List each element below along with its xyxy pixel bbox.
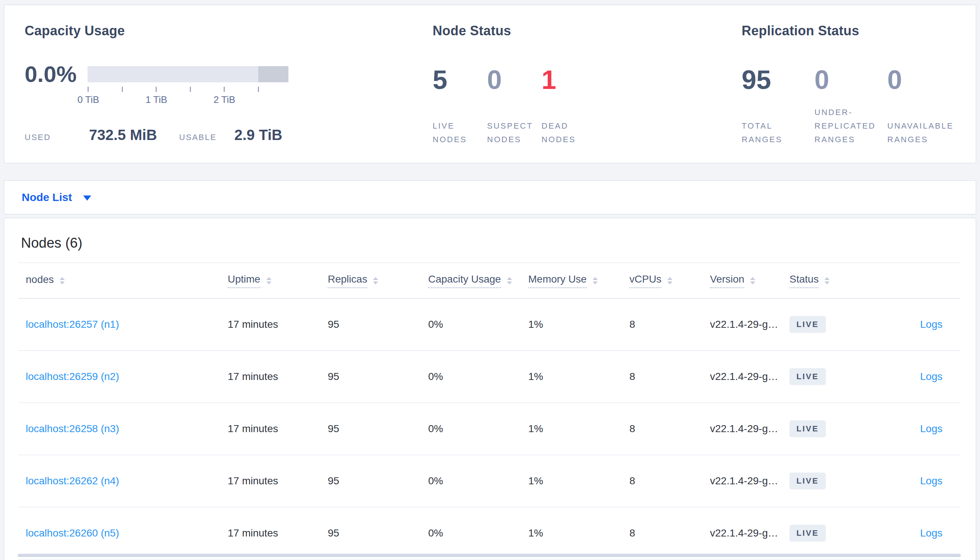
node-status-stats: 5LIVE NODES0SUSPECT NODES1DEAD NODES [433, 65, 596, 146]
node-list-label: Node List [22, 191, 72, 203]
column-header-vcpus[interactable]: vCPUs [622, 273, 702, 288]
stat-column: 0UNAVAILABLE RANGES [887, 65, 960, 146]
sort-up-icon [667, 277, 672, 280]
cell-replicas: 95 [320, 423, 421, 435]
sort-down-icon [593, 282, 598, 284]
cell-address: localhost:26258 (n3) [18, 423, 220, 435]
cell-status: LIVE [782, 368, 858, 385]
node-status-section: Node Status 5LIVE NODES0SUSPECT NODES1DE… [433, 23, 511, 155]
replication-status-section: Replication Status 95TOTAL RANGES0UNDER-… [742, 23, 859, 155]
table-row: localhost:26260 (n5)17 minutes950%1%8v22… [18, 507, 960, 560]
column-header-replicas[interactable]: Replicas [320, 273, 421, 288]
column-header-label: Status [789, 273, 818, 288]
capacity-usage-title: Capacity Usage [25, 23, 125, 39]
sort-arrows-icon [593, 277, 598, 284]
stat-column: 5LIVE NODES [433, 65, 487, 146]
column-header-status[interactable]: Status [782, 273, 858, 288]
sort-arrows-icon [373, 277, 378, 284]
capacity-axis-labels: 0 TiB1 TiB2 TiB [87, 94, 288, 106]
summary-card: Capacity Usage 0.0% 0 TiB1 TiB2 TiB USED… [4, 4, 976, 163]
table-row: localhost:26258 (n3)17 minutes950%1%8v22… [18, 403, 960, 455]
cell-uptime: 17 minutes [220, 318, 320, 330]
sort-arrows-icon [507, 277, 512, 284]
logs-link[interactable]: Logs [920, 475, 943, 487]
cell-status: LIVE [782, 473, 858, 490]
node-status-title: Node Status [433, 23, 511, 39]
replication-status-title: Replication Status [742, 23, 859, 39]
sort-arrows-icon [266, 277, 271, 284]
node-list-dropdown[interactable]: Node List [4, 180, 976, 215]
capacity-bar-axis [87, 87, 288, 93]
status-badge: LIVE [789, 368, 826, 385]
axis-tick [156, 87, 157, 92]
stat-value: 5 [433, 65, 482, 94]
capacity-usage-section: Capacity Usage 0.0% 0 TiB1 TiB2 TiB USED… [25, 23, 125, 155]
column-header-nodes[interactable]: nodes [18, 274, 220, 288]
cell-status: LIVE [782, 316, 858, 333]
column-header-version[interactable]: Version [702, 273, 782, 288]
axis-tick [258, 87, 259, 92]
stat-value: 0 [487, 65, 536, 94]
cell-address: localhost:26262 (n4) [18, 475, 220, 487]
axis-tick [224, 87, 225, 92]
node-link[interactable]: localhost:26257 (n1) [26, 318, 119, 330]
sort-down-icon [60, 282, 65, 284]
column-header-capacity-usage[interactable]: Capacity Usage [421, 273, 521, 288]
stat-label: UNAVAILABLE RANGES [887, 119, 955, 146]
stat-value: 0 [887, 65, 955, 94]
column-header-label: Version [710, 273, 744, 288]
sort-arrows-icon [667, 277, 672, 284]
sort-up-icon [593, 277, 598, 280]
node-link[interactable]: localhost:26260 (n5) [26, 527, 119, 539]
status-badge: LIVE [789, 525, 826, 542]
logs-link[interactable]: Logs [920, 423, 943, 434]
capacity-bar-chart: 0 TiB1 TiB2 TiB [87, 66, 288, 106]
node-link[interactable]: localhost:26258 (n3) [26, 423, 119, 434]
node-link[interactable]: localhost:26259 (n2) [26, 371, 119, 382]
cell-logs: Logs [858, 423, 962, 435]
stat-column: 0UNDER- REPLICATED RANGES [814, 65, 887, 146]
cell-vcpus: 8 [622, 527, 702, 539]
capacity-bar-overflow-segment [258, 66, 288, 82]
stat-column: 95TOTAL RANGES [742, 65, 814, 146]
stat-label: SUSPECT NODES [487, 119, 536, 146]
logs-link[interactable]: Logs [920, 527, 943, 539]
column-header-label: Capacity Usage [428, 273, 501, 288]
axis-tick [122, 87, 123, 92]
logs-link[interactable]: Logs [920, 371, 943, 382]
table-body: localhost:26257 (n1)17 minutes950%1%8v22… [4, 299, 976, 560]
sort-up-icon [60, 277, 65, 280]
sort-up-icon [507, 277, 512, 280]
column-header-label: Uptime [228, 273, 261, 288]
usable-value: 2.9 TiB [234, 127, 282, 143]
sort-down-icon [824, 282, 829, 284]
stat-column: 1DEAD NODES [542, 65, 596, 146]
capacity-footer: USED 732.5 MiB USABLE 2.9 TiB [25, 127, 282, 143]
column-header-memory-use[interactable]: Memory Use [521, 273, 622, 288]
cell-uptime: 17 minutes [220, 423, 320, 435]
sort-down-icon [266, 282, 271, 284]
axis-tick-label: 2 TiB [199, 94, 250, 105]
logs-link[interactable]: Logs [920, 318, 943, 330]
cell-replicas: 95 [320, 475, 421, 487]
column-header-label: nodes [26, 274, 54, 288]
cell-memory_use: 1% [521, 423, 622, 435]
horizontal-scrollbar[interactable] [18, 554, 961, 557]
cell-address: localhost:26260 (n5) [18, 527, 220, 539]
cell-version: v22.1.4-29-g… [702, 371, 782, 383]
stat-label: UNDER- REPLICATED RANGES [814, 105, 882, 146]
nodes-table-title: Nodes (6) [21, 235, 976, 251]
cell-replicas: 95 [320, 527, 421, 539]
sort-up-icon [266, 277, 271, 280]
table-header-row: nodesUptimeReplicasCapacity UsageMemory … [18, 263, 960, 299]
column-header-uptime[interactable]: Uptime [220, 273, 320, 288]
cell-version: v22.1.4-29-g… [702, 475, 782, 487]
node-link[interactable]: localhost:26262 (n4) [26, 475, 119, 487]
table-row: localhost:26257 (n1)17 minutes950%1%8v22… [18, 299, 960, 351]
cell-uptime: 17 minutes [220, 475, 320, 487]
cell-memory_use: 1% [521, 318, 622, 330]
status-badge: LIVE [789, 420, 826, 437]
cell-replicas: 95 [320, 371, 421, 383]
sort-up-icon [373, 277, 378, 280]
sort-arrows-icon [60, 277, 65, 284]
